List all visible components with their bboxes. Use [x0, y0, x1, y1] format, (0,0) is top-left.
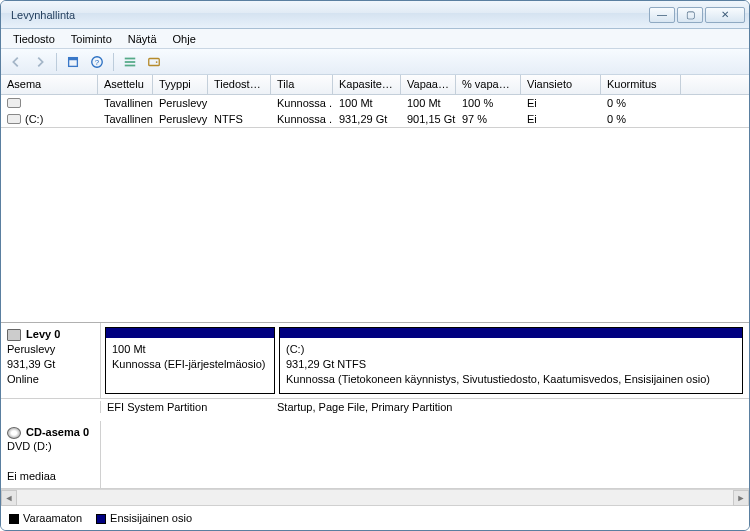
cd-status: Ei mediaa [7, 470, 56, 482]
table-row[interactable]: (C:) Tavallinen Peruslevy NTFS Kunnossa … [1, 111, 749, 127]
window-title: Levynhallinta [11, 9, 649, 21]
disk-type: Peruslevy [7, 343, 55, 355]
vol-line: 931,29 Gt NTFS [286, 357, 736, 372]
toolbar-separator [56, 53, 57, 71]
legend: Varaamaton Ensisijainen osio [1, 505, 749, 530]
cell: Peruslevy [153, 96, 208, 110]
forward-button[interactable] [29, 51, 51, 73]
menu-bar: Tiedosto Toiminto Näytä Ohje [1, 29, 749, 49]
cell: 97 % [456, 112, 521, 126]
menu-nayta[interactable]: Näytä [120, 31, 165, 47]
volume-grid: Asema Asettelu Tyyppi Tiedostojärj... Ti… [1, 75, 749, 128]
svg-rect-5 [125, 61, 136, 63]
grid-whitespace [1, 128, 749, 322]
table-row[interactable]: Tavallinen Peruslevy Kunnossa ... 100 Mt… [1, 95, 749, 111]
cell: Kunnossa ... [271, 96, 333, 110]
disk-row-0: Levy 0 Peruslevy 931,39 Gt Online 100 Mt… [1, 323, 749, 399]
grid-body: Tavallinen Peruslevy Kunnossa ... 100 Mt… [1, 95, 749, 127]
cell: Kunnossa ... [271, 112, 333, 126]
vol-line: Kunnossa (Tietokoneen käynnistys, Sivutu… [286, 372, 736, 387]
close-button[interactable]: ✕ [705, 7, 745, 23]
svg-rect-7 [149, 58, 160, 65]
meta-left: EFI System Partition [101, 401, 271, 413]
cell: NTFS [208, 112, 271, 126]
volume-bar [280, 328, 742, 338]
cell: Tavallinen [98, 96, 153, 110]
col-kuorm[interactable]: Kuormitus [601, 75, 681, 94]
vol-line: (C:) [286, 342, 736, 357]
col-kap[interactable]: Kapasiteetti [333, 75, 401, 94]
disk-meta-row: EFI System Partition Startup, Page File,… [1, 399, 749, 421]
swatch-navy-icon [96, 514, 106, 524]
window-buttons: — ▢ ✕ [649, 7, 745, 23]
volume-bar [106, 328, 274, 338]
cell: 100 % [456, 96, 521, 110]
cell: 931,29 Gt [333, 112, 401, 126]
menu-toiminto[interactable]: Toiminto [63, 31, 120, 47]
col-vapaa[interactable]: Vapaa tila [401, 75, 456, 94]
disk-status: Online [7, 373, 39, 385]
col-tyyppi[interactable]: Tyyppi [153, 75, 208, 94]
cell: Peruslevy [153, 112, 208, 126]
horizontal-scrollbar[interactable]: ◄ ► [1, 489, 749, 505]
svg-text:?: ? [95, 57, 100, 66]
menu-tiedosto[interactable]: Tiedosto [5, 31, 63, 47]
cd-label[interactable]: CD-asema 0 DVD (D:) Ei mediaa [1, 421, 101, 488]
disk-row-cd: CD-asema 0 DVD (D:) Ei mediaa [1, 421, 749, 489]
maximize-button[interactable]: ▢ [677, 7, 703, 23]
col-asettelu[interactable]: Asettelu [98, 75, 153, 94]
svg-rect-6 [125, 64, 136, 66]
cell: 0 % [601, 96, 681, 110]
disk-view-button[interactable] [143, 51, 165, 73]
cd-area [101, 421, 749, 488]
cell: 100 Mt [333, 96, 401, 110]
cd-sub: DVD (D:) [7, 440, 52, 452]
dvd-icon [7, 427, 21, 439]
title-bar: Levynhallinta — ▢ ✕ [1, 1, 749, 29]
cell: 901,15 Gt [401, 112, 456, 126]
drive-icon [7, 98, 21, 108]
svg-rect-1 [69, 57, 78, 60]
disk-size: 931,39 Gt [7, 358, 55, 370]
legend-primary: Ensisijainen osio [96, 512, 192, 524]
cell [208, 102, 271, 104]
menu-ohje[interactable]: Ohje [165, 31, 204, 47]
col-vian[interactable]: Viansieto [521, 75, 601, 94]
vol-line: 100 Mt [112, 342, 268, 357]
back-button[interactable] [5, 51, 27, 73]
toolbar: ? [1, 49, 749, 75]
legend-unallocated: Varaamaton [9, 512, 82, 524]
col-tj[interactable]: Tiedostojärj... [208, 75, 271, 94]
meta-right: Startup, Page File, Primary Partition [271, 401, 749, 413]
refresh-button[interactable] [62, 51, 84, 73]
grid-header: Asema Asettelu Tyyppi Tiedostojärj... Ti… [1, 75, 749, 95]
cell: 100 Mt [401, 96, 456, 110]
toolbar-separator [113, 53, 114, 71]
scroll-left-icon[interactable]: ◄ [1, 490, 17, 506]
disk-title: Levy 0 [26, 328, 60, 340]
disk-areas: 100 Mt Kunnossa (EFI-järjestelmäosio) (C… [101, 323, 749, 398]
volume-c[interactable]: (C:) 931,29 Gt NTFS Kunnossa (Tietokonee… [279, 327, 743, 394]
disk-icon [7, 329, 21, 341]
help-button[interactable]: ? [86, 51, 108, 73]
col-tila[interactable]: Tila [271, 75, 333, 94]
svg-point-8 [156, 61, 158, 63]
swatch-black-icon [9, 514, 19, 524]
cell: Tavallinen [98, 112, 153, 126]
col-pct[interactable]: % vapaana [456, 75, 521, 94]
volume-efi[interactable]: 100 Mt Kunnossa (EFI-järjestelmäosio) [105, 327, 275, 394]
disk-label[interactable]: Levy 0 Peruslevy 931,39 Gt Online [1, 323, 101, 398]
list-view-button[interactable] [119, 51, 141, 73]
disk-panel: Levy 0 Peruslevy 931,39 Gt Online 100 Mt… [1, 322, 749, 530]
vol-line: Kunnossa (EFI-järjestelmäosio) [112, 357, 268, 372]
drive-icon [7, 114, 21, 124]
cell: Ei [521, 96, 601, 110]
cell: Ei [521, 112, 601, 126]
cell: (C:) [25, 113, 43, 125]
cell: 0 % [601, 112, 681, 126]
svg-rect-4 [125, 57, 136, 59]
cd-title: CD-asema 0 [26, 426, 89, 438]
minimize-button[interactable]: — [649, 7, 675, 23]
scroll-right-icon[interactable]: ► [733, 490, 749, 506]
col-asema[interactable]: Asema [1, 75, 98, 94]
